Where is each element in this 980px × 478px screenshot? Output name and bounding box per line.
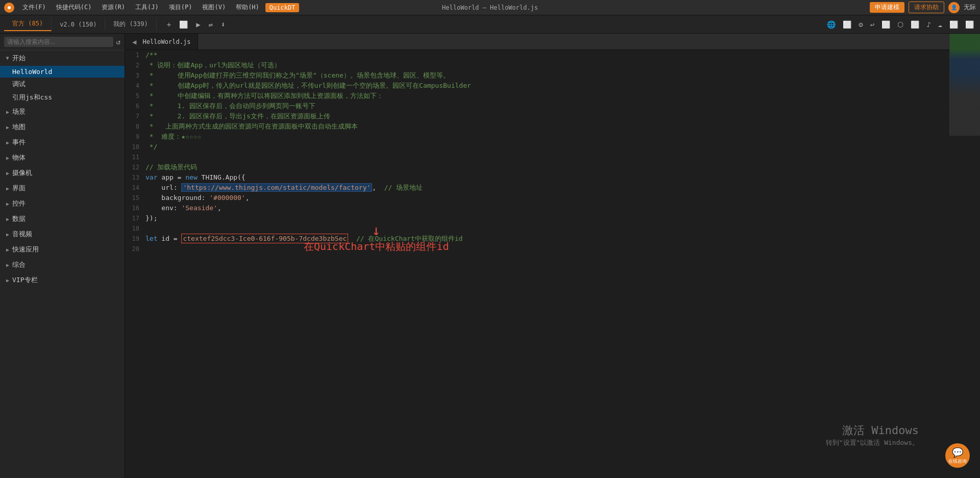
section-controls[interactable]: ▶ 控件 — [0, 196, 125, 211]
menu-project[interactable]: 项目(P) — [165, 2, 197, 13]
line-content-9: * 难度：★☆☆☆☆ — [145, 132, 211, 142]
section-data[interactable]: ▶ 数据 — [0, 211, 125, 227]
line-content-4: * 创建App时，传入的url就是园区的地址，不传url则创建一个空的场景。园区… — [145, 81, 481, 91]
line-content-7: * 2. 园区保存后，导出js文件，在园区资源面板上传 — [145, 111, 340, 121]
section-quickapp[interactable]: ▶ 快速应用 — [0, 242, 125, 257]
right-actions: 申请建模 请求协助 👤 无际 — [870, 2, 976, 13]
menu-view[interactable]: 视图(V) — [198, 2, 230, 13]
section-label: 控件 — [12, 199, 26, 208]
icon-11[interactable]: ⬜ — [963, 19, 976, 30]
line-content-17: }); — [145, 213, 167, 223]
line-num-7: 7 — [125, 111, 145, 121]
section-label: 界面 — [12, 184, 26, 193]
line-num-8: 8 — [125, 121, 145, 132]
section-map[interactable]: ▶ 地图 — [0, 119, 125, 135]
section-label: 物体 — [12, 153, 26, 162]
code-line-16: 16 env: 'Seaside', — [125, 203, 980, 213]
line-num-1: 1 — [125, 50, 145, 60]
run-icon[interactable]: ▶ — [194, 19, 202, 30]
search-input[interactable] — [4, 37, 113, 47]
tab-official[interactable]: 官方 (85) — [4, 17, 52, 31]
section-vip[interactable]: ▶ VIP专栏 — [0, 272, 125, 288]
tab-mine[interactable]: 我的 (339) — [105, 18, 156, 31]
refresh-icon[interactable]: ↺ — [116, 38, 120, 46]
code-line-11: 11 — [125, 152, 980, 162]
section-start[interactable]: ▶ 开始 — [0, 51, 125, 66]
chat-icon: 💬 — [952, 447, 963, 458]
menu-help[interactable]: 帮助(H) — [232, 2, 263, 13]
sidebar-item-jsandcss[interactable]: 引用js和css — [0, 91, 125, 104]
code-line-7: 7 * 2. 园区保存后，导出js文件，在园区资源面板上传 — [125, 111, 980, 121]
section-scene[interactable]: ▶ 场景 — [0, 104, 125, 119]
line-content-15: background: '#000000', — [145, 193, 260, 203]
line-content-3: * 使用App创建打开的三维空间我们称之为"场景"（scene）。场景包含地球、… — [145, 70, 460, 81]
section-camera[interactable]: ▶ 摄像机 — [0, 165, 125, 181]
line-num-5: 5 — [125, 91, 145, 101]
icon-4[interactable]: ↩ — [868, 19, 876, 30]
code-line-10: 10 */ — [125, 142, 980, 152]
menu-tools[interactable]: 工具(J) — [131, 2, 163, 13]
section-arrow: ▶ — [6, 232, 9, 237]
line-content-14: url: 'https://www.thingjs.com/static/mod… — [145, 183, 433, 193]
line-content-6: * 1. 园区保存后，会自动同步到网页同一账号下 — [145, 101, 326, 111]
add-icon[interactable]: + — [165, 19, 173, 30]
section-ui[interactable]: ▶ 界面 — [0, 181, 125, 196]
section-arrow: ▶ — [5, 57, 11, 60]
code-line-6: 6 * 1. 园区保存后，会自动同步到网页同一账号下 — [125, 101, 980, 111]
code-editor[interactable]: 1 /** 2 * 说明：创建App，url为园区地址（可选） 3 * 使用Ap… — [125, 50, 980, 478]
menu-file[interactable]: 文件(F) — [18, 2, 50, 13]
minimap — [949, 34, 980, 136]
icon-2[interactable]: ⬜ — [841, 19, 853, 30]
sidebar: ↺ ▶ 开始 HelloWorld 调试 引用js和css ▶ 场景 ▶ 地图 … — [0, 34, 125, 478]
download-icon[interactable]: ⬇ — [219, 19, 227, 30]
apply-button[interactable]: 申请建模 — [870, 2, 904, 13]
section-object[interactable]: ▶ 物体 — [0, 150, 125, 165]
file-tab-helloworld[interactable]: ◀ HelloWorld.js — [125, 34, 198, 49]
icon-6[interactable]: ⬡ — [895, 19, 905, 30]
right-toolbar-icons: 🌐 ⬜ ⚙ ↩ ⬜ ⬡ ⬜ ♪ ☁ ⬜ ⬜ — [825, 19, 976, 30]
code-line-19: 19 let id = ctextef2Sdcc3-Ice0-616f-905b… — [125, 234, 980, 244]
icon-8[interactable]: ♪ — [924, 19, 933, 30]
icon-9[interactable]: ☁ — [936, 19, 944, 30]
code-line-8: 8 * 上面两种方式生成的园区资源均可在资源面板中双击自动生成脚本 — [125, 121, 980, 132]
section-label: 地图 — [12, 122, 26, 132]
icon-3[interactable]: ⚙ — [856, 19, 865, 30]
menubar: 文件(F) 快捷代码(C) 资源(R) 工具(J) 项目(P) 视图(V) 帮助… — [0, 0, 980, 15]
section-label: 综合 — [12, 260, 26, 269]
sync-icon[interactable]: ⇌ — [207, 19, 215, 30]
icon-10[interactable]: ⬜ — [947, 19, 960, 30]
line-num-19: 19 — [125, 234, 145, 244]
tab-v2[interactable]: v2.0 (150) — [52, 19, 105, 30]
icon-1[interactable]: 🌐 — [825, 19, 838, 30]
new-file-icon[interactable]: ⬜ — [177, 19, 190, 30]
section-event[interactable]: ▶ 事件 — [0, 135, 125, 150]
line-num-17: 17 — [125, 213, 145, 223]
menu-resources[interactable]: 资源(R) — [97, 2, 129, 13]
code-line-9: 9 * 难度：★☆☆☆☆ — [125, 132, 980, 142]
sidebar-item-debug[interactable]: 调试 — [0, 78, 125, 91]
line-num-9: 9 — [125, 132, 145, 142]
section-media[interactable]: ▶ 音视频 — [0, 227, 125, 242]
section-label: 快速应用 — [12, 245, 39, 254]
icon-7[interactable]: ⬜ — [909, 19, 921, 30]
section-composite[interactable]: ▶ 综合 — [0, 257, 125, 272]
line-num-3: 3 — [125, 70, 145, 81]
section-arrow: ▶ — [6, 170, 9, 176]
section-arrow: ▶ — [6, 278, 9, 283]
section-arrow: ▶ — [6, 140, 9, 145]
chat-button[interactable]: 💬 在线咨询 — [945, 443, 970, 468]
code-line-4: 4 * 创建App时，传入的url就是园区的地址，不传url则创建一个空的场景。… — [125, 81, 980, 91]
line-num-2: 2 — [125, 60, 145, 70]
svg-point-1 — [8, 6, 11, 9]
section-arrow: ▶ — [6, 201, 9, 207]
line-num-13: 13 — [125, 172, 145, 183]
help-button[interactable]: 请求协助 — [909, 2, 944, 13]
sidebar-search-bar: ↺ — [0, 34, 125, 51]
line-content-8: * 上面两种方式生成的园区资源均可在资源面板中双击自动生成脚本 — [145, 121, 368, 132]
line-num-10: 10 — [125, 142, 145, 152]
menu-quickcode[interactable]: 快捷代码(C) — [52, 2, 96, 13]
sidebar-item-helloworld[interactable]: HelloWorld — [0, 66, 125, 78]
section-arrow: ▶ — [6, 124, 9, 130]
icon-5[interactable]: ⬜ — [879, 19, 892, 30]
line-content-10: */ — [145, 142, 167, 152]
